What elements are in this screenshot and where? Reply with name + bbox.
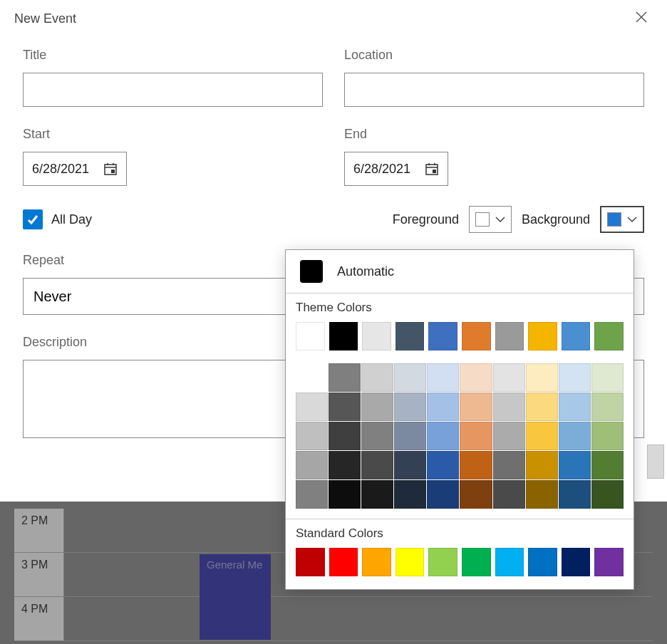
color-swatch[interactable]	[329, 548, 358, 576]
color-swatch[interactable]	[591, 393, 624, 421]
background-color-dropdown[interactable]	[600, 206, 644, 233]
color-swatch[interactable]	[528, 322, 557, 350]
color-swatch[interactable]	[296, 480, 328, 509]
color-swatch[interactable]	[329, 422, 361, 450]
svg-rect-3	[111, 170, 115, 173]
color-swatch[interactable]	[493, 451, 525, 479]
color-swatch[interactable]	[362, 322, 391, 350]
color-swatch[interactable]	[559, 363, 591, 392]
color-swatch[interactable]	[395, 322, 425, 350]
color-swatch[interactable]	[394, 363, 426, 392]
color-swatch[interactable]	[493, 480, 525, 509]
color-swatch[interactable]	[361, 422, 393, 450]
svg-rect-8	[433, 170, 436, 173]
color-swatch[interactable]	[495, 548, 524, 576]
color-swatch[interactable]	[296, 393, 328, 421]
location-label: Location	[344, 48, 644, 63]
color-swatch[interactable]	[427, 363, 459, 392]
color-swatch[interactable]	[493, 363, 525, 392]
dialog-title: New Event	[14, 11, 76, 26]
foreground-color-dropdown[interactable]	[469, 206, 512, 233]
checkbox-icon	[23, 209, 43, 229]
color-swatch[interactable]	[594, 322, 624, 350]
end-label: End	[344, 127, 644, 142]
color-swatch[interactable]	[394, 393, 426, 421]
color-swatch[interactable]	[427, 422, 459, 450]
color-swatch[interactable]	[296, 451, 328, 479]
color-swatch[interactable]	[460, 422, 492, 450]
foreground-swatch	[475, 212, 490, 227]
color-swatch[interactable]	[428, 548, 457, 576]
color-swatch[interactable]	[460, 393, 492, 421]
color-swatch[interactable]	[395, 548, 425, 576]
color-picker-popup: Automatic Theme Colors Standard Colors	[285, 249, 634, 590]
color-swatch[interactable]	[562, 548, 591, 576]
color-swatch[interactable]	[329, 393, 361, 421]
color-swatch[interactable]	[591, 422, 624, 450]
color-swatch[interactable]	[427, 393, 459, 421]
color-swatch[interactable]	[495, 322, 524, 350]
color-swatch[interactable]	[559, 393, 591, 421]
color-swatch[interactable]	[361, 480, 393, 509]
color-swatch[interactable]	[296, 548, 325, 576]
color-swatch[interactable]	[329, 480, 361, 509]
color-swatch[interactable]	[559, 480, 591, 509]
repeat-value: Never	[33, 289, 71, 305]
foreground-label: Foreground	[393, 212, 459, 227]
end-date-picker[interactable]: 6/28/2021	[344, 152, 448, 186]
color-swatch[interactable]	[394, 422, 426, 450]
color-swatch[interactable]	[591, 363, 624, 392]
color-swatch[interactable]	[528, 548, 557, 576]
color-swatch[interactable]	[394, 480, 426, 509]
color-swatch[interactable]	[559, 422, 591, 450]
color-swatch[interactable]	[460, 451, 492, 479]
color-swatch[interactable]	[493, 393, 525, 421]
color-swatch[interactable]	[361, 393, 393, 421]
start-date-value: 6/28/2021	[32, 162, 89, 177]
color-swatch[interactable]	[394, 451, 426, 479]
color-swatch[interactable]	[296, 422, 328, 450]
calendar-icon	[103, 162, 118, 176]
color-swatch[interactable]	[526, 422, 558, 450]
chevron-down-icon	[627, 217, 637, 222]
close-icon	[635, 11, 648, 24]
color-swatch[interactable]	[526, 393, 558, 421]
color-swatch[interactable]	[361, 451, 393, 479]
color-swatch[interactable]	[427, 451, 459, 479]
color-swatch[interactable]	[361, 363, 393, 392]
all-day-checkbox[interactable]: All Day	[23, 209, 383, 229]
automatic-color-option[interactable]: Automatic	[286, 250, 634, 294]
color-swatch[interactable]	[460, 363, 492, 392]
color-swatch[interactable]	[462, 322, 491, 350]
scrollbar-thumb[interactable]	[647, 445, 664, 479]
start-label: Start	[23, 127, 323, 142]
color-swatch[interactable]	[329, 451, 361, 479]
color-swatch[interactable]	[329, 322, 358, 350]
color-swatch[interactable]	[559, 451, 591, 479]
color-swatch[interactable]	[362, 548, 391, 576]
color-swatch[interactable]	[591, 480, 624, 509]
color-swatch[interactable]	[526, 451, 558, 479]
color-swatch[interactable]	[428, 322, 457, 350]
color-swatch[interactable]	[329, 363, 361, 392]
automatic-swatch	[300, 260, 323, 283]
color-swatch[interactable]	[296, 322, 325, 350]
start-date-picker[interactable]: 6/28/2021	[23, 152, 127, 186]
theme-color-row	[286, 315, 634, 360]
color-swatch[interactable]	[594, 548, 624, 576]
color-swatch[interactable]	[526, 480, 558, 509]
color-swatch[interactable]	[591, 451, 624, 479]
location-input[interactable]	[344, 73, 644, 107]
color-swatch[interactable]	[493, 422, 525, 450]
all-day-label: All Day	[51, 212, 92, 227]
color-swatch[interactable]	[462, 548, 491, 576]
color-swatch[interactable]	[427, 480, 459, 509]
color-swatch[interactable]	[460, 480, 492, 509]
color-swatch[interactable]	[562, 322, 591, 350]
standard-color-row	[286, 541, 634, 586]
end-date-value: 6/28/2021	[353, 162, 410, 177]
close-button[interactable]	[633, 9, 650, 26]
color-swatch[interactable]	[526, 363, 558, 392]
title-input[interactable]	[23, 73, 323, 107]
chevron-down-icon	[495, 217, 505, 222]
